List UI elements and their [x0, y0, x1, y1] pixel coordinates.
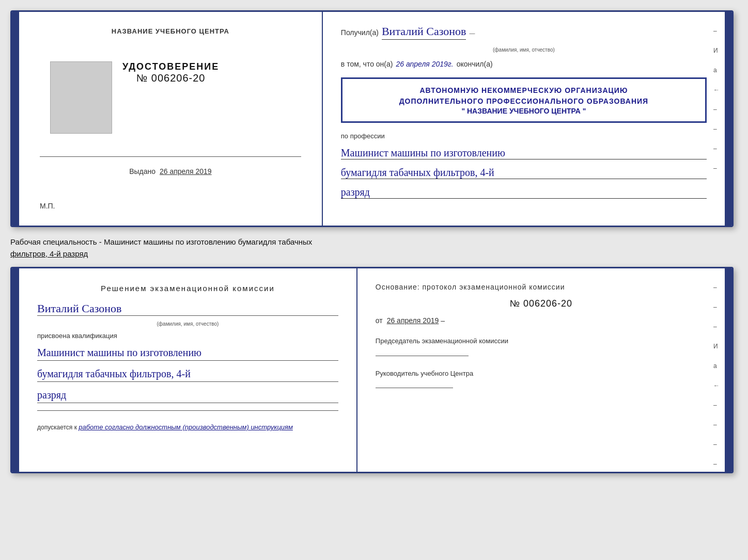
cert-photo — [50, 61, 112, 134]
cert-doc-type: УДОСТОВЕРЕНИЕ — [122, 61, 219, 72]
cert-received-label: Получил(а) — [341, 28, 379, 37]
exam-qualification-line3: разряд — [37, 387, 338, 403]
exam-director-label: Руководитель учебного Центра — [376, 369, 707, 391]
cert-doc-number: № 006206-20 — [136, 72, 206, 84]
cert-profession-line2: бумагидля табачных фильтров, 4-й — [341, 167, 707, 179]
certificate-top: НАЗВАНИЕ УЧЕБНОГО ЦЕНТРА УДОСТОВЕРЕНИЕ №… — [10, 10, 734, 227]
cert-profession-line1: Машинист машины по изготовлению — [341, 147, 707, 159]
cert-issued-line: Выдано 26 апреля 2019 — [40, 167, 301, 175]
cert-recipient-name: Виталий Сазонов — [382, 25, 466, 40]
exam-fio-subtitle: (фамилия, имя, отчество) — [37, 321, 338, 327]
cert-body-line: в том, что он(а) 26 апреля 2019г. окончи… — [341, 60, 707, 68]
cert-header-label: НАЗВАНИЕ УЧЕБНОГО ЦЕНТРА — [112, 27, 229, 35]
exam-basis-label: Основание: протокол экзаменационной коми… — [376, 283, 707, 291]
exam-spine-right — [725, 268, 732, 472]
exam-allowed-line: допускается к работе согласно должностны… — [37, 423, 338, 431]
cert-stamp-line1: АВТОНОМНУЮ НЕКОММЕРЧЕСКУЮ ОРГАНИЗАЦИЮ — [351, 85, 697, 96]
spine-right — [725, 12, 732, 226]
exam-document: Решением экзаменационной комиссии Витали… — [10, 267, 734, 473]
cert-title-block: УДОСТОВЕРЕНИЕ № 006206-20 — [122, 61, 219, 84]
doc-label-text1: Рабочая специальность - Машинист машины … — [10, 237, 312, 246]
cert-issued-block: Выдано 26 апреля 2019 — [40, 154, 301, 175]
cert-finished-label: окончил(а) — [457, 60, 493, 68]
exam-allowed-prefix: допускается к — [37, 424, 77, 431]
cert-fio-subtitle: (фамилия, имя, отчество) — [341, 47, 707, 53]
exam-protocol-number: № 006206-20 — [376, 298, 707, 309]
exam-date-prefix: от — [376, 316, 383, 325]
exam-name: Виталий Сазонов — [37, 302, 338, 316]
exam-chairman-label: Председатель экзаменационной комиссии — [376, 336, 707, 358]
exam-date-line: от 26 апреля 2019 – — [376, 316, 707, 325]
cert-left-middle: УДОСТОВЕРЕНИЕ № 006206-20 — [40, 61, 301, 134]
doc-middle-label: Рабочая специальность - Машинист машины … — [10, 233, 738, 261]
exam-assigned-label: присвоена квалификация — [37, 332, 338, 340]
cert-right-page: Получил(а) Виталий Сазонов — (фамилия, и… — [323, 12, 725, 226]
spine-left — [12, 12, 19, 226]
page-wrapper: НАЗВАНИЕ УЧЕБНОГО ЦЕНТРА УДОСТОВЕРЕНИЕ №… — [10, 10, 738, 473]
exam-date-value: 26 апреля 2019 — [387, 316, 439, 325]
cert-stamp-box: АВТОНОМНУЮ НЕКОММЕРЧЕСКУЮ ОРГАНИЗАЦИЮ ДО… — [341, 77, 707, 123]
cert-side-marks: – И а ← – – – – — [713, 27, 720, 172]
cert-date: 26 апреля 2019г. — [396, 60, 453, 68]
exam-qualification-line1: Машинист машины по изготовлению — [37, 345, 338, 361]
exam-title: Решением экзаменационной комиссии — [37, 283, 338, 294]
cert-mp-label: М.П. — [40, 202, 55, 210]
cert-profession-line3: разряд — [341, 186, 707, 199]
exam-side-marks: – – – И а ← – – – – — [713, 284, 720, 468]
cert-in-that-label: в том, что он(а) — [341, 60, 393, 68]
cert-left-page: НАЗВАНИЕ УЧЕБНОГО ЦЕНТРА УДОСТОВЕРЕНИЕ №… — [19, 12, 323, 226]
doc-label-text2: фильтров, 4-й разряд — [10, 249, 88, 258]
exam-right-page: Основание: протокол экзаменационной коми… — [357, 268, 725, 472]
exam-qualification-line2: бумагидля табачных фильтров, 4-й — [37, 366, 338, 382]
cert-issued-date: 26 апреля 2019 — [160, 167, 212, 175]
exam-allowed-text: работе согласно должностным (производств… — [79, 423, 293, 431]
exam-left-page: Решением экзаменационной комиссии Витали… — [19, 268, 357, 472]
cert-profession-label: по профессии — [341, 132, 707, 140]
cert-recipient-line: Получил(а) Виталий Сазонов — — [341, 25, 707, 40]
cert-stamp-line3: " НАЗВАНИЕ УЧЕБНОГО ЦЕНТРА " — [351, 107, 697, 115]
cert-issued-label: Выдано — [129, 167, 155, 175]
cert-stamp-line2: ДОПОЛНИТЕЛЬНОГО ПРОФЕССИОНАЛЬНОГО ОБРАЗО… — [351, 96, 697, 107]
exam-spine-left — [12, 268, 19, 472]
